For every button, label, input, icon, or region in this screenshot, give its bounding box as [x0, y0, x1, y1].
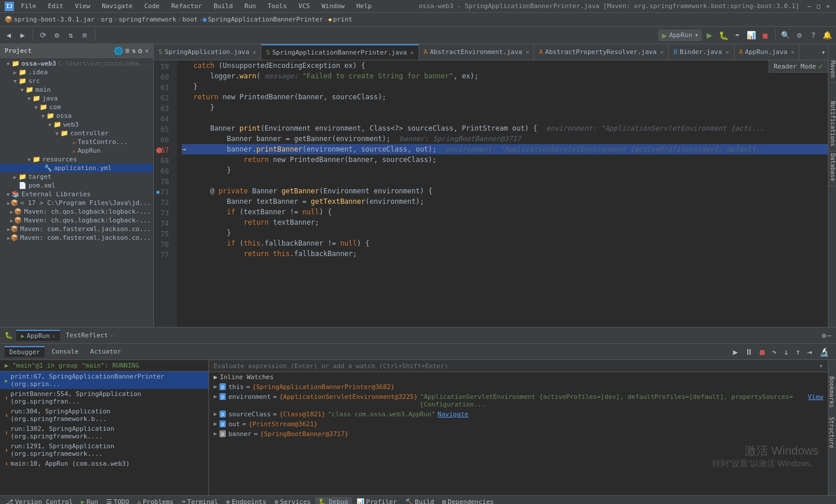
expression-input[interactable]: [214, 362, 819, 370]
tab-binder[interactable]: B Binder.java ✕: [669, 44, 734, 60]
tab-overflow-btn[interactable]: ▾: [821, 48, 826, 56]
menu-run[interactable]: Run: [242, 1, 258, 11]
tree-ossa-folder[interactable]: ▼ 📁 ossa: [0, 111, 153, 120]
code-content[interactable]: catch (UnsupportedEncodingException ex) …: [177, 60, 828, 327]
stop-debug-btn[interactable]: ■: [758, 346, 767, 358]
step-out-btn[interactable]: ↑: [793, 346, 802, 358]
tree-extlibs-folder[interactable]: ▼ 📚 External Libraries: [0, 190, 153, 199]
maximize-button[interactable]: □: [815, 3, 822, 10]
run-to-cursor-btn[interactable]: ⇥: [805, 346, 815, 358]
tab-banner-printer-close[interactable]: ✕: [410, 49, 414, 56]
tree-apprun-file[interactable]: ▶ ☕ AppRun: [0, 146, 153, 155]
inline-watches-header[interactable]: ▶ Inline Watches: [209, 372, 828, 382]
watch-env-link[interactable]: View: [808, 393, 824, 401]
menu-navigate[interactable]: Navigate: [100, 1, 135, 11]
watch-src-expand[interactable]: ▶: [214, 411, 217, 417]
tree-testcontro-file[interactable]: ▶ ☕ TestContro...: [0, 138, 153, 146]
code-editor[interactable]: Reader Mode ✓ 59 60 61 62 63 64 65 66 67: [154, 60, 828, 327]
tab-spring-application[interactable]: S SpringApplication.java ✕: [154, 44, 261, 60]
menu-help[interactable]: Help: [354, 1, 374, 11]
expression-input-arrow[interactable]: ▾: [819, 362, 823, 370]
debug-settings-btn[interactable]: ⚙: [822, 332, 826, 340]
toolbar-forward-btn[interactable]: ▶: [16, 29, 29, 42]
sidebar-options-btn[interactable]: ⊞: [125, 47, 129, 55]
breadcrumb-pkg1[interactable]: org: [101, 16, 113, 23]
close-button[interactable]: ✕: [824, 3, 831, 10]
bookmarks-side-tab[interactable]: Bookmarks: [828, 372, 836, 412]
sidebar-settings-btn[interactable]: ⚙: [138, 46, 143, 55]
dependencies-btn[interactable]: ⊞ Dependencies: [439, 497, 498, 504]
project-tree[interactable]: ▼ 📁 ossa-web3 C:\Users\sunjinxin\idea...…: [0, 58, 153, 327]
notifications-panel-tab[interactable]: Notifications: [828, 96, 836, 152]
frame-2[interactable]: ⬇ run:304, SpringApplication (org.spring…: [0, 406, 208, 424]
breadcrumb-jar[interactable]: spring-boot-3.0.1.jar: [14, 16, 95, 23]
menu-view[interactable]: View: [73, 1, 93, 11]
step-over-btn[interactable]: ↷: [769, 346, 779, 358]
tab-banner-printer[interactable]: S SpringApplicationBannerPrinter.java ✕: [261, 44, 419, 60]
frame-0[interactable]: ▶ print:67, SpringApplicationBannerPrint…: [0, 372, 208, 389]
debug-tab-testreflect-close[interactable]: ✕: [110, 333, 113, 339]
debug-bottom-btn[interactable]: 🐛 Debug: [315, 497, 351, 504]
resume-btn[interactable]: ▶: [730, 346, 740, 358]
tree-pomxml-file[interactable]: ▶ 📄 pom.xml: [0, 181, 153, 190]
tab-apprun-close[interactable]: ✕: [791, 49, 794, 55]
tab-spring-application-close[interactable]: ✕: [253, 49, 256, 55]
breadcrumb-pkg2[interactable]: springframework: [118, 16, 176, 23]
search-everywhere-btn[interactable]: 🔍: [779, 29, 792, 42]
toolbar-fold-btn[interactable]: ≡: [78, 29, 91, 42]
tree-main-folder[interactable]: ▼ 📁 main: [0, 85, 153, 94]
debugger-subtab-debugger[interactable]: Debugger: [5, 346, 45, 357]
tree-appyml-file[interactable]: ▶ 🔧 application.yml: [0, 164, 153, 172]
breadcrumb-method[interactable]: print: [333, 16, 352, 23]
notifications-btn[interactable]: 🔔: [821, 29, 834, 42]
debug-tab-testreflect[interactable]: TestReflect ✕: [61, 330, 118, 340]
structure-side-tab[interactable]: Structure: [828, 412, 836, 453]
tree-resources-folder[interactable]: ▼ 📁 resources: [0, 155, 153, 164]
coverage-button[interactable]: ☂: [731, 29, 744, 42]
watch-src-link[interactable]: Navigate: [438, 411, 469, 418]
toolbar-sort-btn[interactable]: ⇅: [64, 29, 77, 42]
tree-src-folder[interactable]: ▼ 📁 src: [0, 77, 153, 85]
debugger-subtab-console[interactable]: Console: [47, 347, 83, 357]
problems-btn[interactable]: ⚠ Problems: [134, 497, 177, 504]
debug-close-btn[interactable]: —: [827, 332, 831, 340]
tree-jackson2-lib[interactable]: ▶ 📦 Maven: com.fasterxml.jackson.co...: [0, 233, 153, 242]
profiler-btn[interactable]: 📊 Profiler: [353, 497, 401, 504]
tree-jdk-lib[interactable]: ▶ 📦 < 17 > C:\Program Files\Java\jd...: [0, 199, 153, 207]
settings-btn[interactable]: ⚙: [793, 29, 806, 42]
tree-com-folder[interactable]: ▼ 📁 com: [0, 103, 153, 111]
watch-out-expand[interactable]: ▶: [214, 420, 217, 427]
tab-abstract-env-close[interactable]: ✕: [525, 49, 529, 55]
run-button[interactable]: ▶: [703, 29, 716, 42]
menu-build[interactable]: Build: [211, 1, 235, 11]
debugger-subtab-actuator[interactable]: Actuator: [85, 347, 125, 357]
watch-env-expand[interactable]: ▶: [214, 393, 217, 399]
toolbar-config-btn[interactable]: ⚙: [51, 29, 63, 42]
frame-3[interactable]: ⬇ run:1302, SpringApplication (org.sprin…: [0, 424, 208, 441]
step-into-btn[interactable]: ↓: [781, 346, 791, 358]
tree-logback1-lib[interactable]: ▶ 📦 Maven: ch.qos.logback:logback-...: [0, 207, 153, 216]
tree-root[interactable]: ▼ 📁 ossa-web3 C:\Users\sunjinxin\idea...: [0, 59, 153, 68]
menu-code[interactable]: Code: [142, 1, 162, 11]
toolbar-sync-btn[interactable]: ⟳: [37, 29, 49, 42]
sidebar-close-btn[interactable]: ✕: [145, 47, 149, 55]
toolbar-back-btn[interactable]: ◀: [2, 29, 15, 42]
menu-window[interactable]: Window: [319, 1, 347, 11]
sidebar-sort-btn[interactable]: ⇅: [132, 47, 136, 55]
breadcrumb-class[interactable]: SpringApplicationBannerPrinter: [208, 16, 323, 23]
tab-binder-close[interactable]: ✕: [726, 49, 729, 55]
tab-apprun[interactable]: A AppRun.java ✕: [734, 44, 800, 60]
menu-tools[interactable]: Tools: [265, 1, 289, 11]
tree-logback2-lib[interactable]: ▶ 📦 Maven: ch.qos.logback:logback-...: [0, 216, 153, 225]
terminal-btn[interactable]: ⌨ Terminal: [178, 497, 222, 504]
breadcrumb-pkg3[interactable]: boot: [182, 16, 198, 23]
menu-vcs[interactable]: VCS: [296, 1, 312, 11]
maven-tab[interactable]: Maven: [828, 56, 836, 83]
pause-btn[interactable]: ⏸: [743, 346, 755, 358]
tab-abstract-prop[interactable]: A AbstractPropertyResolver.java ✕: [534, 44, 669, 60]
tree-idea-folder[interactable]: ▶ 📁 .idea: [0, 68, 153, 77]
sidebar-add-btn[interactable]: 🌐: [114, 46, 123, 55]
debug-tab-apprun-close[interactable]: ✕: [52, 333, 55, 339]
stop-button[interactable]: ■: [759, 29, 772, 42]
tree-java-folder[interactable]: ▼ 📁 java: [0, 94, 153, 103]
